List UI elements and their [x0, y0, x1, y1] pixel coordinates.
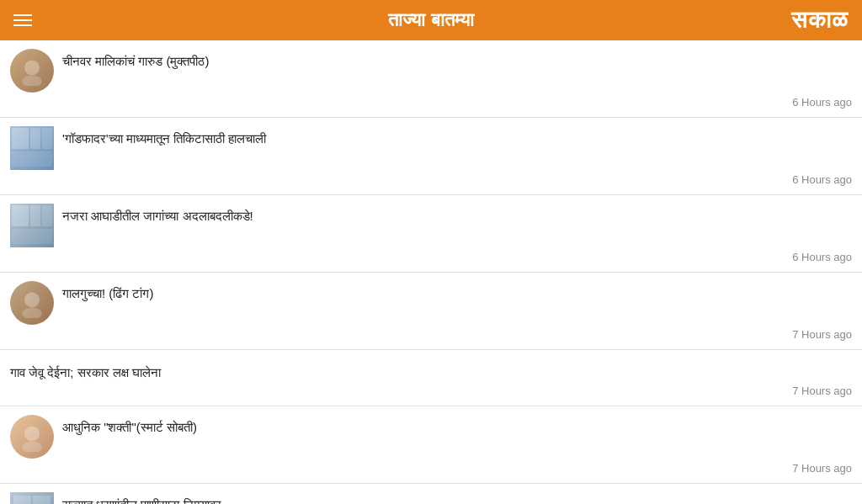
news-timestamp: 7 Hours ago [10, 459, 852, 478]
list-item[interactable]: राज्यात धरणांतील पाणीसाठा निम्म्यावर 7 H… [0, 484, 862, 504]
svg-rect-8 [42, 205, 52, 226]
svg-rect-14 [13, 496, 31, 504]
svg-rect-4 [42, 128, 52, 149]
news-headline: राज्यात धरणांतील पाणीसाठा निम्म्यावर [62, 492, 852, 504]
article-thumbnail [10, 204, 54, 247]
svg-rect-3 [30, 128, 40, 149]
news-headline: चीनवर मालिकांचं गारुड (मुक्तपीठ) [62, 49, 852, 70]
svg-rect-15 [33, 496, 51, 504]
news-item-content: गाव जेवू देईना; सरकार लक्ष घालेना [10, 358, 852, 381]
svg-point-10 [24, 292, 40, 307]
list-item[interactable]: गाव जेवू देईना; सरकार लक्ष घालेना 7 Hour… [0, 350, 862, 406]
news-headline: गाव जेवू देईना; सरकार लक्ष घालेना [10, 358, 852, 381]
svg-point-12 [24, 426, 40, 441]
news-item-content: चीनवर मालिकांचं गारुड (मुक्तपीठ) [10, 49, 852, 93]
svg-rect-6 [12, 205, 29, 226]
list-item[interactable]: नजरा आघाडीतील जागांच्या अदलाबदलीकडे! 6 H… [0, 195, 862, 273]
menu-button[interactable] [13, 14, 32, 26]
article-thumbnail [10, 492, 54, 504]
list-item[interactable]: आधुनिक "शक्ती"(स्मार्ट सोबती) 7 Hours ag… [0, 406, 862, 484]
article-thumbnail [10, 126, 54, 170]
svg-rect-7 [30, 205, 40, 226]
article-thumbnail [10, 415, 54, 459]
logo: सकाळ [791, 7, 849, 34]
app-header: ताज्या बातम्या सकाळ [0, 0, 862, 40]
svg-point-0 [24, 60, 40, 75]
article-thumbnail [10, 49, 54, 93]
news-item-content: आधुनिक "शक्ती"(स्मार्ट सोबती) [10, 415, 852, 459]
svg-point-13 [22, 441, 41, 452]
svg-point-11 [22, 307, 41, 318]
svg-rect-2 [12, 128, 29, 149]
news-headline: आधुनिक "शक्ती"(स्मार्ट सोबती) [62, 415, 852, 436]
list-item[interactable]: गालगुच्चा! (ढिंग टांग) 7 Hours ago [0, 273, 862, 350]
article-thumbnail [10, 281, 54, 325]
list-item[interactable]: 'गॉडफादर'च्या माध्यमातून तिकिटासाठी हालच… [0, 118, 862, 195]
news-headline: नजरा आघाडीतील जागांच्या अदलाबदलीकडे! [62, 204, 852, 225]
news-timestamp: 6 Hours ago [10, 93, 852, 112]
news-item-content: राज्यात धरणांतील पाणीसाठा निम्म्यावर [10, 492, 852, 504]
news-list: चीनवर मालिकांचं गारुड (मुक्तपीठ) 6 Hours… [0, 40, 862, 504]
news-timestamp: 7 Hours ago [10, 325, 852, 344]
news-headline: गालगुच्चा! (ढिंग टांग) [62, 281, 852, 302]
news-timestamp: 6 Hours ago [10, 247, 852, 267]
svg-point-1 [22, 75, 41, 86]
news-item-content: नजरा आघाडीतील जागांच्या अदलाबदलीकडे! [10, 204, 852, 247]
news-item-content: 'गॉडफादर'च्या माध्यमातून तिकिटासाठी हालच… [10, 126, 852, 170]
svg-rect-9 [12, 229, 52, 244]
news-timestamp: 7 Hours ago [10, 381, 852, 401]
svg-rect-5 [12, 151, 52, 167]
news-timestamp: 6 Hours ago [10, 170, 852, 189]
news-headline: 'गॉडफादर'च्या माध्यमातून तिकिटासाठी हालच… [62, 126, 852, 147]
list-item[interactable]: चीनवर मालिकांचं गारुड (मुक्तपीठ) 6 Hours… [0, 40, 862, 118]
news-item-content: गालगुच्चा! (ढिंग टांग) [10, 281, 852, 325]
page-title: ताज्या बातम्या [388, 9, 473, 31]
